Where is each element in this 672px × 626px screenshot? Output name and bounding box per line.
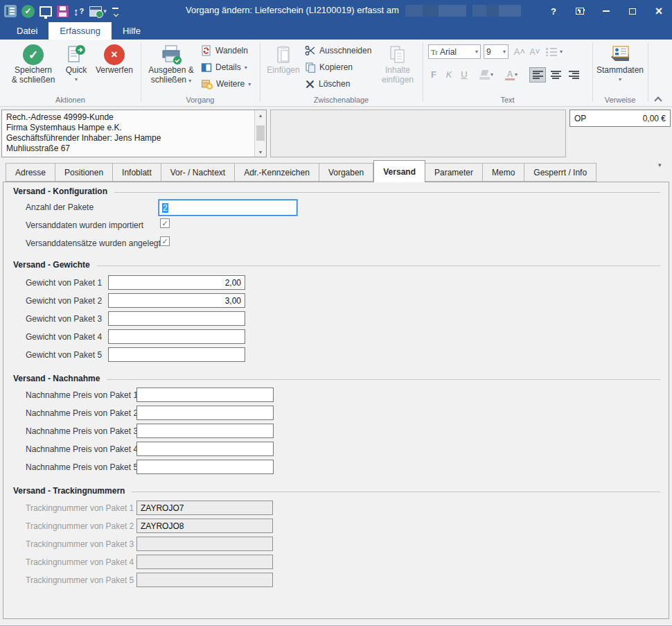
tracking-4-label: Trackingnummer von Paket 4 [26,557,134,567]
versand-panel: Versand - Konfiguration Anzahl der Paket… [3,182,669,619]
nachnahme-2-input[interactable] [136,406,274,420]
chevron-down-icon: ▾ [61,75,91,85]
versanddaten-importiert-label: Versanddaten wurden importiert [26,220,143,230]
gewicht-4-input[interactable] [108,329,245,344]
highlighter-icon [479,70,490,80]
address-line: Rech.-Adresse 49999-Kunde [6,112,251,123]
address-scrollbar[interactable]: ▲ ▼ [254,110,266,157]
help-button[interactable]: ? [540,0,567,22]
kopieren-button[interactable]: Kopieren [305,60,353,75]
printer-icon [144,42,198,65]
ribbon-group-label-aktionen: Aktionen [0,96,141,104]
align-left-button[interactable] [529,67,546,82]
tab-positionen[interactable]: Positionen [55,163,113,182]
verwerfen-button[interactable]: × Verwerfen [91,42,137,75]
wandeln-button[interactable]: Wandeln [201,43,248,58]
op-label: OP [574,114,586,123]
tracking-1-label: Trackingnummer von Paket 1 [26,503,134,513]
align-center-icon [551,71,561,79]
align-center-button[interactable] [547,67,564,82]
menu-tab-erfassung[interactable]: Erfassung [48,22,112,40]
qat-table-refresh-icon[interactable]: ▾ [89,3,107,19]
font-size-select[interactable]: 9 ▾ [484,44,509,59]
nachnahme-4-input[interactable] [136,442,274,456]
scroll-down-icon[interactable]: ▼ [255,147,266,157]
minimize-button[interactable] [593,0,619,22]
gewicht-2-input[interactable] [108,293,245,308]
details-button[interactable]: Details ▾ [201,60,247,75]
tracking-5-label: Trackingnummer von Paket 5 [26,575,134,585]
align-left-icon [533,71,543,79]
maximize-button[interactable] [619,0,646,22]
menu-tab-datei[interactable]: Datei [6,22,48,40]
tab-infoblatt[interactable]: Infoblatt [113,163,161,182]
qat-save-icon[interactable] [57,3,69,19]
font-color-button: A▾ [502,67,521,82]
scroll-up-icon[interactable]: ▲ [255,110,266,120]
titlebar: ✓ ↕? ▾ Vorgang ändern: Lieferschein (LI2… [0,0,672,22]
details-table-icon [201,62,212,73]
nachnahme-5-input[interactable] [136,460,274,474]
font-family-select[interactable]: Tr Arial ▾ [428,44,481,59]
loeschen-button[interactable]: Löschen [305,76,350,92]
tab-adresse[interactable]: Adresse [6,163,55,182]
italic-button: K [442,67,456,82]
tracking-2-input [136,519,273,533]
nachnahme-1-label: Nachnahme Preis von Paket 1 [26,390,138,400]
app-window: ✓ ↕? ▾ Vorgang ändern: Lieferschein (LI2… [0,0,672,626]
section-konfiguration: Versand - Konfiguration [13,186,660,196]
ribbon: ✓ Speichern & schließen Quick ▾ × Verwer… [0,40,672,107]
weitere-box-icon [201,78,213,89]
weitere-button[interactable]: Weitere ▾ [201,76,251,92]
speichern-schliessen-button[interactable]: ✓ Speichern & schließen [6,42,61,85]
gewicht-2-label: Gewicht von Paket 2 [26,296,102,306]
qat-save-close-icon[interactable]: ✓ [21,3,35,19]
ribbon-separator [423,42,423,102]
gewicht-5-input[interactable] [108,347,245,362]
op-field: OP 0,00 € [569,110,671,127]
menu-tab-hilfe[interactable]: Hilfe [112,22,152,40]
tab-gesperrt-info[interactable]: Gesperrt / Info [524,163,596,182]
qat-updown-help-icon[interactable]: ↕? [73,3,85,19]
versanddaten-importiert-checkbox[interactable]: ✓ [160,218,170,228]
nachnahme-3-input[interactable] [136,424,274,438]
ausschneiden-button[interactable]: Ausschneiden [305,43,371,58]
ribbon-separator [141,42,141,102]
ribbon-tab-bar: Datei Erfassung Hilfe [0,22,672,40]
grow-font-button: A˄ [513,44,527,59]
ausgeben-schliessen-button[interactable]: Ausgeben & schließen ▾ [144,42,198,86]
quick-button[interactable]: Quick ▾ [61,42,91,85]
font-icon: Tr [431,48,438,56]
tracking-3-input [136,537,273,551]
versanddatensaetze-angelegt-checkbox[interactable]: ✓ [160,236,170,246]
tab-memo[interactable]: Memo [483,163,524,182]
gewicht-1-input[interactable] [108,275,245,290]
qat-monitor-icon[interactable] [39,3,52,19]
anzahl-der-pakete-input[interactable]: 2 [159,200,297,216]
delete-x-icon [305,79,315,89]
gewicht-3-input[interactable] [108,311,245,326]
align-right-button[interactable] [565,67,582,82]
close-button[interactable]: × [646,0,672,22]
gewicht-4-label: Gewicht von Paket 4 [26,332,102,342]
stammdaten-button[interactable]: Stammdaten ▾ [594,42,646,85]
tab-vorgaben[interactable]: Vorgaben [319,163,373,182]
tab-overflow-icon[interactable]: ▾ [658,162,662,168]
scrollbar-thumb[interactable] [256,125,265,141]
tab-adr-kennzeichen[interactable]: Adr.-Kennzeichen [235,163,319,182]
gewicht-5-label: Gewicht von Paket 5 [26,350,102,360]
memo-panel[interactable] [270,110,566,157]
shrink-font-button: A˅ [528,44,542,59]
pin-window-button[interactable] [567,0,593,22]
tab-vor-nachtext[interactable]: Vor- / Nachtext [161,163,235,182]
qat-overflow-icon[interactable] [112,3,120,19]
tracking-4-input [136,555,273,569]
tab-parameter[interactable]: Parameter [425,163,483,182]
nachnahme-3-label: Nachnahme Preis von Paket 3 [26,426,138,436]
nachnahme-1-input[interactable] [136,388,274,402]
discard-x-icon: × [104,44,125,65]
nachnahme-5-label: Nachnahme Preis von Paket 5 [26,462,138,472]
address-panel[interactable]: Rech.-Adresse 49999-Kunde Firma Systemha… [1,110,267,157]
collapse-ribbon-button[interactable] [654,96,662,104]
tab-versand[interactable]: Versand [373,160,425,182]
